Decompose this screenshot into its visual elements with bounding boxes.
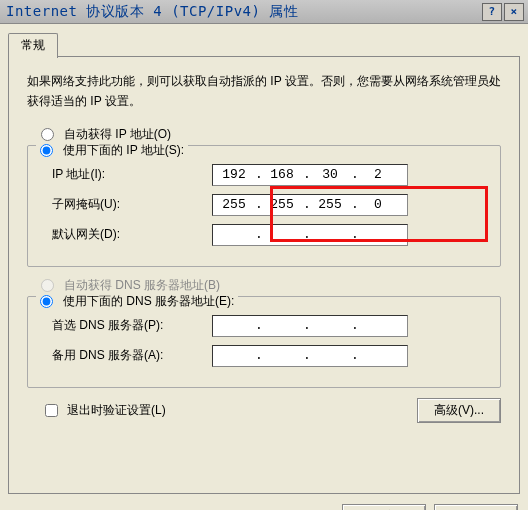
mask-oct-4[interactable] [357, 196, 399, 213]
subnet-mask-input[interactable]: . . . [212, 194, 408, 216]
radio-ip-manual[interactable] [40, 144, 53, 157]
close-button[interactable]: × [504, 3, 524, 21]
tab-general[interactable]: 常规 [8, 33, 58, 58]
dnsp-oct-4[interactable] [357, 317, 399, 334]
subnet-mask-label: 子网掩码(U): [42, 196, 212, 213]
mask-oct-1[interactable] [213, 196, 255, 213]
radio-ip-manual-label: 使用下面的 IP 地址(S): [63, 142, 184, 159]
help-button[interactable]: ? [482, 3, 502, 21]
dns-alt-label: 备用 DNS 服务器(A): [42, 347, 212, 364]
radio-ip-auto-label: 自动获得 IP 地址(O) [64, 126, 171, 143]
gw-oct-4[interactable] [357, 226, 399, 243]
validate-checkbox[interactable] [45, 404, 58, 417]
mask-oct-3[interactable] [309, 196, 351, 213]
gateway-input[interactable]: . . . [212, 224, 408, 246]
dns-alt-input[interactable]: . . . [212, 345, 408, 367]
ip-oct-4[interactable] [357, 166, 399, 183]
ip-oct-2[interactable] [261, 166, 303, 183]
dnsa-oct-1[interactable] [213, 347, 255, 364]
gateway-label: 默认网关(D): [42, 226, 212, 243]
tab-panel-general: 如果网络支持此功能，则可以获取自动指派的 IP 设置。否则，您需要从网络系统管理… [8, 56, 520, 494]
dnsp-oct-2[interactable] [261, 317, 303, 334]
radio-ip-auto[interactable] [41, 128, 54, 141]
radio-dns-manual-label: 使用下面的 DNS 服务器地址(E): [63, 293, 234, 310]
window-title: Internet 协议版本 4 (TCP/IPv4) 属性 [4, 3, 480, 21]
ip-oct-3[interactable] [309, 166, 351, 183]
radio-dns-auto-label: 自动获得 DNS 服务器地址(B) [64, 277, 220, 294]
dnsa-oct-3[interactable] [309, 347, 351, 364]
dnsa-oct-2[interactable] [261, 347, 303, 364]
dnsp-oct-3[interactable] [309, 317, 351, 334]
ip-address-input[interactable]: . . . [212, 164, 408, 186]
gw-oct-1[interactable] [213, 226, 255, 243]
cancel-button[interactable]: 取消 [434, 504, 518, 510]
validate-label: 退出时验证设置(L) [67, 402, 166, 419]
gw-oct-2[interactable] [261, 226, 303, 243]
dnsa-oct-4[interactable] [357, 347, 399, 364]
gw-oct-3[interactable] [309, 226, 351, 243]
ip-oct-1[interactable] [213, 166, 255, 183]
radio-dns-auto [41, 279, 54, 292]
mask-oct-2[interactable] [261, 196, 303, 213]
dns-pref-input[interactable]: . . . [212, 315, 408, 337]
ip-address-label: IP 地址(I): [42, 166, 212, 183]
dnsp-oct-1[interactable] [213, 317, 255, 334]
dns-group: 使用下面的 DNS 服务器地址(E): 首选 DNS 服务器(P): . . .… [27, 296, 501, 388]
titlebar: Internet 协议版本 4 (TCP/IPv4) 属性 ? × [0, 0, 528, 24]
description-text: 如果网络支持此功能，则可以获取自动指派的 IP 设置。否则，您需要从网络系统管理… [27, 71, 501, 112]
advanced-button[interactable]: 高级(V)... [417, 398, 501, 423]
radio-dns-manual[interactable] [40, 295, 53, 308]
ok-button[interactable]: 确定 [342, 504, 426, 510]
dns-pref-label: 首选 DNS 服务器(P): [42, 317, 212, 334]
ip-group: 使用下面的 IP 地址(S): IP 地址(I): . . . 子网掩码(U):… [27, 145, 501, 267]
